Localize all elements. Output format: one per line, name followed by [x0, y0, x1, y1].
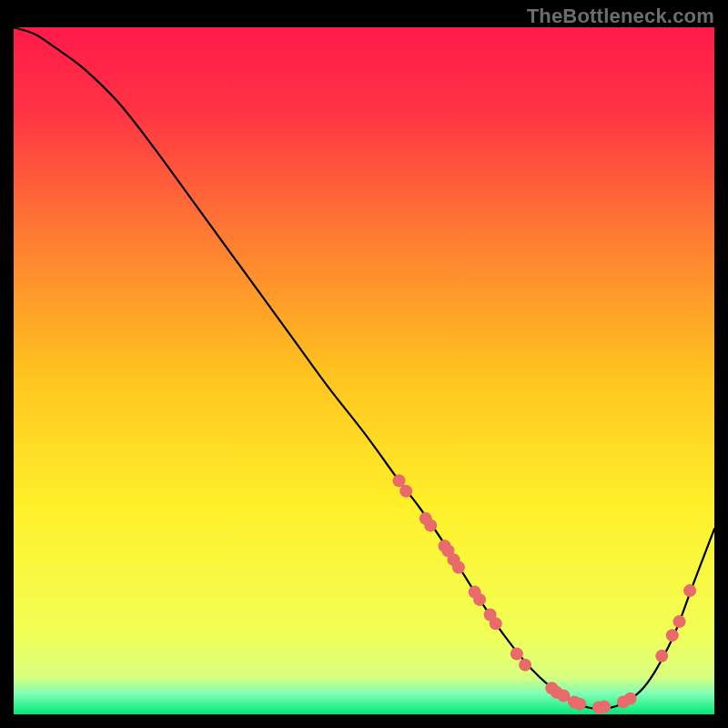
- chart-frame: [14, 27, 714, 714]
- marker-point: [666, 629, 679, 642]
- marker-point: [424, 519, 437, 531]
- marker-point: [519, 659, 531, 672]
- marker-point: [490, 617, 502, 630]
- marker-point: [598, 701, 611, 713]
- marker-point: [624, 693, 637, 705]
- marker-point: [452, 561, 465, 573]
- chart-background: [14, 27, 714, 714]
- marker-point: [573, 698, 586, 711]
- watermark-text: TheBottleneck.com: [527, 5, 714, 28]
- marker-point: [655, 650, 668, 662]
- marker-point: [683, 584, 696, 597]
- chart-svg: [14, 27, 714, 714]
- marker-point: [511, 648, 523, 661]
- marker-point: [673, 615, 686, 628]
- marker-point: [393, 474, 406, 487]
- marker-point: [399, 485, 412, 498]
- marker-point: [473, 593, 486, 606]
